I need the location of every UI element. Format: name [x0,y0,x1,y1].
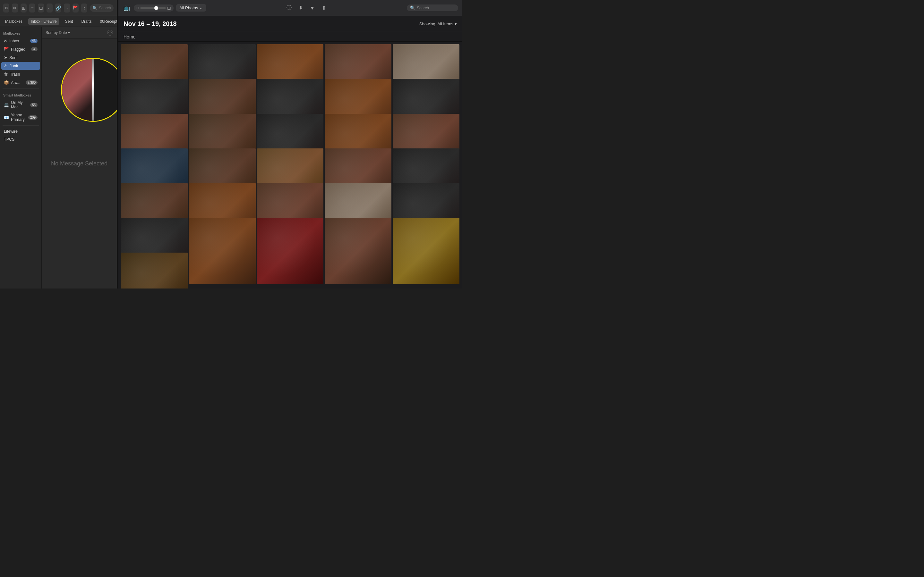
sort-label: Sort by Date [45,31,67,35]
sidebar-divider-1 [3,89,39,89]
no-message-label: No Message Selected [51,160,107,167]
trash-label: Trash [10,72,37,77]
photos-grid: 0:470:470:250:25 [118,42,462,288]
mail-tabs: Mailboxes Inbox · Lifewire Sent Drafts 0… [0,16,117,27]
photos-toolbar: 📺 ⊡ ⊡ All Photos ⌄ ⓘ ⬇ ♥ ⬆ 🔍 Search [118,0,462,16]
photos-search-box[interactable]: 🔍 Search [407,5,458,11]
flagged-label: Flagged [11,47,29,52]
compose-icon[interactable]: ✏ [12,3,18,13]
tab-drafts[interactable]: Drafts [79,18,94,25]
mail-list-header: Sort by Date ▾ ⓘ [42,27,117,39]
lifewire-label: Lifewire [4,129,37,134]
yahoo-label: Yahoo Primary [11,113,26,122]
photos-subheader: Nov 16 – 19, 2018 Showing: All Items ▾ [118,16,462,32]
sidebar-item-sent[interactable]: ➤ Sent [1,53,40,61]
inbox-badge: 46 [30,39,37,43]
yahoo-badge: 209 [28,115,37,119]
photos-location: Home [118,32,462,42]
photos-date-range: Nov 16 – 19, 2018 [124,20,177,27]
sidebar-item-inbox[interactable]: ✉ Inbox 46 [1,37,40,45]
slider-large-icon: ⊡ [167,5,171,11]
photos-tv-icon[interactable]: 📺 [122,3,131,13]
archive-icon[interactable]: ⊡ [38,3,44,13]
search-placeholder: Search [99,6,111,10]
tab-sent[interactable]: Sent [63,18,76,25]
chevron-down-icon-showing: ▾ [455,21,457,26]
location-label: Home [124,34,136,39]
photos-slider-container[interactable]: ⊡ ⊡ [134,5,174,11]
tab-inbox-lifewire[interactable]: Inbox · Lifewire [28,18,59,25]
mail-list: Sort by Date ▾ ⓘ [42,27,117,288]
photo-cell-28[interactable] [325,218,391,284]
sidebar-item-trash[interactable]: 🗑 Trash [1,70,40,78]
inbox-icon: ✉ [4,39,7,43]
photos-import-icon[interactable]: ⬇ [296,3,305,13]
flag-icon[interactable]: 🚩 [73,3,79,13]
photos-search-icon: 🔍 [410,5,415,10]
junk-icon: ⚠ [4,63,8,68]
list-info-icon[interactable]: ⓘ [107,30,113,35]
chevron-down-icon: ⌄ [200,5,203,10]
sidebar-divider-2 [3,125,39,126]
magnifier-scrollbar [92,59,94,121]
inbox-label: Inbox [9,39,28,43]
slider-thumb [154,6,158,10]
sent-icon: ➤ [4,55,7,60]
mailbox-icon[interactable]: ⊞ [21,3,27,13]
sort-arrow: ▾ [68,31,70,35]
forward-icon[interactable]: → [64,3,70,13]
sidebar-item-tpcs[interactable]: TPCS [1,135,40,143]
archive-label: Arc... [11,81,24,85]
sort-icon[interactable]: ↕ [81,3,87,13]
trash-icon: 🗑 [4,72,8,77]
sidebar-item-yahoo[interactable]: 📧 Yahoo Primary 209 [1,111,40,123]
junk-label: Junk [10,64,37,68]
photos-search-placeholder: Search [417,6,429,10]
tab-mailboxes[interactable]: Mailboxes [3,18,25,25]
showing-dropdown[interactable]: Showing: All Items ▾ [419,21,457,26]
photos-share-icon[interactable]: ⬆ [319,3,328,13]
photos-info-icon[interactable]: ⓘ [284,3,294,13]
flagged-badge: 4 [31,47,37,51]
sidebar-item-lifewire[interactable]: Lifewire [1,127,40,135]
sidebar-item-on-my-mac[interactable]: 💻 On My Mac 55 [1,99,40,111]
size-slider[interactable] [140,7,166,9]
photo-cell-26[interactable] [189,218,256,284]
sidebar-item-flagged[interactable]: 🚩 Flagged 4 [1,45,40,53]
sort-dropdown[interactable]: Sort by Date ▾ [45,31,70,35]
sidebar-item-archive[interactable]: 📦 Arc... 7,380 [1,79,40,87]
link-icon[interactable]: 🔗 [55,3,61,13]
magnifier-left [62,59,93,121]
magnifier [61,58,117,122]
photo-cell-27[interactable] [257,218,324,284]
mail-preview-area: No Message Selected [42,39,117,288]
mail-content: Mailboxes ✉ Inbox 46 🚩 Flagged 4 ➤ Sent … [0,27,117,288]
tpcs-label: TPCS [4,137,37,142]
mail-toolbar: ✉ ✏ ⊞ ≡ ⊡ ← 🔗 → 🚩 ↕ 🔍 Search [0,0,117,16]
photo-cell-29[interactable] [393,218,459,284]
sent-label: Sent [9,55,37,60]
all-photos-label: All Photos [179,5,198,10]
showing-label: Showing: All Items [419,21,453,26]
on-my-mac-label: On My Mac [11,100,28,109]
mail-search-box[interactable]: 🔍 Search [90,4,113,12]
reply-icon[interactable]: ← [47,3,53,13]
photos-heart-icon[interactable]: ♥ [308,3,317,13]
search-icon: 🔍 [92,6,97,10]
sidebar-item-junk[interactable]: ⚠ Junk [1,62,40,70]
photo-cell-30[interactable]: 0:25 [121,253,188,288]
mail-sidebar: Mailboxes ✉ Inbox 46 🚩 Flagged 4 ➤ Sent … [0,27,42,288]
new-message-icon[interactable]: ✉ [3,3,9,13]
all-photos-button[interactable]: All Photos ⌄ [176,4,206,11]
archive-badge: 7,380 [26,81,37,85]
smart-mailboxes-label: Smart Mailboxes [0,91,41,98]
on-my-mac-icon: 💻 [4,103,9,107]
flagged-icon: 🚩 [4,47,9,52]
slider-small-icon: ⊡ [136,6,139,10]
mail-panel: ✉ ✏ ⊞ ≡ ⊡ ← 🔗 → 🚩 ↕ 🔍 Search Mailboxes I… [0,0,117,288]
list-icon[interactable]: ≡ [29,3,35,13]
archive-folder-icon: 📦 [4,80,9,85]
yahoo-icon: 📧 [4,115,9,120]
on-my-mac-badge: 55 [30,103,37,107]
photos-panel: 📺 ⊡ ⊡ All Photos ⌄ ⓘ ⬇ ♥ ⬆ 🔍 Search Nov … [118,0,462,288]
